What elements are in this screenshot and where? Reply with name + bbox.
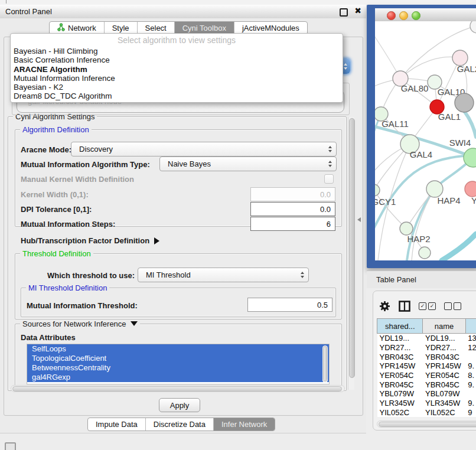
float-window-icon[interactable]: [340, 8, 348, 17]
network-node-gcy1[interactable]: [375, 184, 380, 196]
aracne-mode-label: Aracne Mode:: [21, 145, 71, 154]
node-label-gcy1: GCY1: [375, 197, 396, 207]
settings-vertical-scrollbar[interactable]: [348, 117, 354, 390]
table-cell: 12: [465, 343, 476, 353]
hub-definition-expander[interactable]: Hub/Transcription Factor Definition: [21, 235, 159, 246]
algorithm-option-bayesian-k2[interactable]: Bayesian - K2: [11, 83, 343, 92]
table-row[interactable]: YPR145WYPR145W9.: [377, 361, 476, 371]
table-row[interactable]: YER054CYER054C8.: [377, 371, 476, 380]
network-node[interactable]: [419, 247, 431, 259]
dpi-tolerance-field[interactable]: 0.0: [250, 202, 335, 216]
network-canvas[interactable]: GAL2GAL80GAL10GAL1GAL11SWI4GAL4GCY1HAP4Y…: [375, 21, 476, 260]
collapse-down-icon[interactable]: [131, 321, 138, 326]
checked-pair-icon[interactable]: ✓✓: [419, 302, 436, 310]
node-label-gal80: GAL80: [401, 83, 429, 93]
tab-infer-network[interactable]: Infer Network: [214, 418, 275, 431]
which-threshold-label: Which threshold to use:: [47, 271, 135, 280]
node-table-body: YDL19...YDL19...13YDR27...YDR27...12YBR0…: [377, 334, 476, 418]
algorithm-option-dream8-dc-tdc-algorithm[interactable]: Dream8 DC_TDC Algorithm: [11, 92, 343, 100]
table-cell: YLR345W: [377, 399, 423, 408]
table-cell: YDR27...: [377, 343, 423, 353]
zoom-light[interactable]: [412, 11, 420, 20]
column-header-a[interactable]: A: [465, 319, 476, 334]
table-row[interactable]: YBR045CYBR045C9.: [377, 380, 476, 389]
algorithm-option-basic-correlation-inference[interactable]: Basic Correlation Inference: [11, 56, 343, 64]
sources-group-title: Sources for Network Inference: [20, 319, 140, 328]
table-panel-title: Table Panel: [367, 275, 416, 284]
table-row[interactable]: YLR345WYLR345W9.: [377, 399, 476, 408]
which-threshold-combo[interactable]: MI Threshold: [138, 268, 309, 282]
stepper-arrows-icon: [328, 157, 332, 171]
node-table[interactable]: shared...nameA YDL19...YDL19...13YDR27..…: [377, 318, 476, 417]
tab-style[interactable]: Style: [105, 22, 138, 34]
columns-icon[interactable]: [399, 301, 410, 312]
table-horizontal-scrollbar[interactable]: [377, 420, 476, 428]
attribute-item-betweennesscentrality[interactable]: BetweennessCentrality: [27, 363, 329, 373]
tab-label: Style: [112, 24, 129, 32]
network-node[interactable]: [455, 93, 474, 112]
attribute-item-topologicalcoefficient[interactable]: TopologicalCoefficient: [27, 354, 329, 363]
close-light[interactable]: [387, 11, 396, 20]
attribute-item-selfloops[interactable]: SelfLoops: [27, 344, 329, 354]
manual-kernel-checkbox[interactable]: [324, 174, 334, 184]
table-row[interactable]: YBL079WYBL079W: [377, 389, 476, 399]
tab-impute-data[interactable]: Impute Data: [88, 418, 146, 431]
network-node-y[interactable]: [465, 181, 476, 197]
table-panel-titlebar: Table Panel: [367, 270, 476, 288]
data-attributes-list[interactable]: SelfLoopsTopologicalCoefficientBetweenne…: [27, 344, 330, 384]
tab-cyni-toolbox[interactable]: Cyni Toolbox: [175, 22, 234, 34]
table-row[interactable]: YIL052CYIL052C9: [377, 408, 476, 418]
table-toolbar: ✓✓: [379, 298, 476, 314]
stepper-arrows-icon: [301, 268, 304, 282]
algorithm-dropdown-popup: Select algorithm to view settings Bayesi…: [10, 33, 343, 103]
network-window[interactable]: GAL2GAL80GAL10GAL1GAL11SWI4GAL4GCY1HAP4Y…: [367, 5, 476, 268]
table-cell: YER054C: [377, 371, 423, 380]
close-icon[interactable]: ✖: [354, 6, 361, 15]
mi-type-value: Naive Bayes: [160, 159, 211, 168]
attribute-item-gal4rgexp[interactable]: gal4RGexp: [27, 373, 329, 382]
column-header-name[interactable]: name: [423, 319, 465, 334]
tab-select[interactable]: Select: [138, 22, 175, 34]
network-edge[interactable]: [442, 234, 476, 260]
collapsed-panel-icon[interactable]: [5, 442, 16, 450]
settings-horizontal-scrollbar[interactable]: [11, 385, 345, 392]
mi-threshold-field[interactable]: 0.5: [247, 298, 332, 312]
network-window-titlebar[interactable]: [375, 8, 476, 22]
network-graph[interactable]: GAL2GAL80GAL10GAL1GAL11SWI4GAL4GCY1HAP4Y…: [375, 21, 476, 260]
table-cell: YBR045C: [377, 380, 423, 389]
gear-icon[interactable]: [379, 301, 390, 312]
stepper-arrows-icon: [328, 142, 332, 156]
mi-threshold-group-title: MI Threshold Definition: [26, 283, 109, 292]
tab-label: Select: [145, 24, 167, 32]
aracne-mode-combo[interactable]: Discovery: [71, 142, 337, 156]
apply-button[interactable]: Apply: [159, 398, 200, 412]
table-row[interactable]: YDL19...YDL19...13: [377, 334, 476, 343]
table-row[interactable]: YDR27...YDR27...12: [377, 343, 476, 353]
list-vertical-scrollbar[interactable]: [322, 345, 328, 383]
which-threshold-value: MI Threshold: [138, 270, 191, 279]
mi-type-combo[interactable]: Naive Bayes: [159, 156, 337, 171]
mi-steps-label: Mutual Information Steps:: [21, 220, 115, 229]
tab-discretize-data[interactable]: Discretize Data: [146, 418, 214, 431]
table-cell: YDL19...: [423, 334, 465, 343]
algorithm-option-bayesian-hill-climbing[interactable]: Bayesian - Hill Climbing: [11, 47, 343, 56]
network-node-hap4[interactable]: [426, 181, 443, 197]
panel-collapse-arrow[interactable]: [357, 217, 361, 222]
table-row[interactable]: YBR043CYBR043C: [377, 352, 476, 361]
minimize-light[interactable]: [399, 11, 408, 20]
kernel-width-field[interactable]: 0.0: [250, 187, 335, 201]
expand-right-icon[interactable]: [154, 237, 159, 244]
network-edge[interactable]: [400, 57, 460, 79]
tab-jactivemnodules[interactable]: jActiveMNodules: [234, 22, 307, 34]
algorithm-option-mutual-information-inference[interactable]: Mutual Information Inference: [11, 74, 343, 83]
unchecked-pair-icon[interactable]: [444, 302, 461, 310]
control-panel-title: Control Panel: [0, 7, 52, 16]
control-panel-bottom-border: [0, 433, 366, 433]
tab-network[interactable]: Network: [50, 22, 105, 34]
hub-definition-label: Hub/Transcription Factor Definition: [21, 236, 149, 245]
column-header-shared[interactable]: shared...: [377, 319, 423, 334]
algorithm-option-aracne-algorithm[interactable]: ARACNE Algorithm: [11, 65, 343, 74]
network-node-hap2[interactable]: [400, 222, 413, 235]
mi-steps-field[interactable]: 6: [250, 217, 335, 231]
network-node[interactable]: [470, 21, 476, 33]
